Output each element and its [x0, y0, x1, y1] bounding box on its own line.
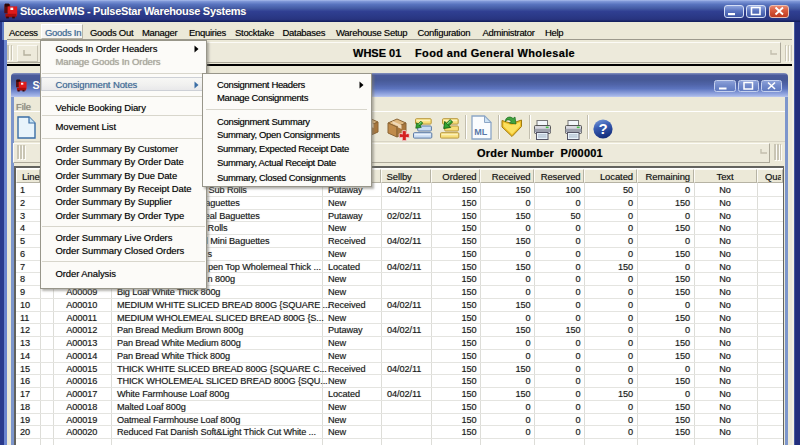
svg-text:ML: ML [474, 127, 487, 137]
svg-text:?: ? [598, 120, 607, 137]
